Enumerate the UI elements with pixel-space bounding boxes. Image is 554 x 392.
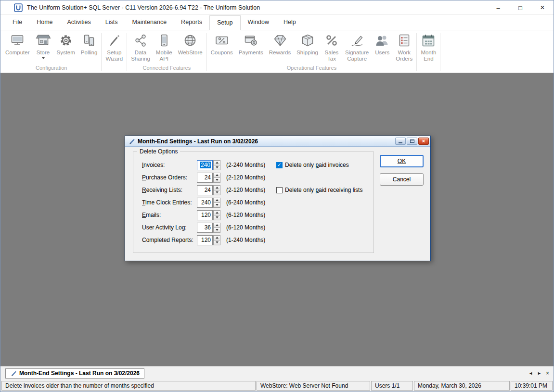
calendar-icon (421, 33, 436, 48)
user-activity-log-spinbox: 36 (197, 223, 220, 233)
invoices-label: Invoices: (142, 162, 197, 168)
menu-maintenance[interactable]: Maintenance (125, 15, 174, 30)
window-controls: – □ × (487, 0, 554, 15)
purchase-orders-label: Purchase Orders: (142, 174, 197, 181)
percent-icon (324, 33, 339, 48)
receiving-lists-input[interactable]: 24 (197, 185, 213, 195)
ribbon-button-label: Store (37, 50, 50, 56)
globe-icon (182, 33, 198, 48)
cancel-button[interactable]: Cancel (380, 173, 424, 186)
store-icon (36, 33, 51, 48)
delete-only-paid-invoices-checkbox[interactable]: ✓ Delete only paid invoices (276, 162, 349, 168)
ribbon-group-configuration: Computer Store System Polling Configurat… (2, 31, 100, 73)
groupbox-legend: Delete Options (137, 148, 180, 155)
maximize-icon[interactable]: □ (509, 0, 531, 15)
delete-only-paid-receiving-lists-checkbox[interactable]: Delete only paid receiving lists (276, 187, 362, 193)
ribbon-group-setup-wizard: Setup Wizard (103, 31, 126, 73)
ribbon-group-caption: Connected Features (128, 64, 205, 73)
ribbon-button-label: Mobile API (156, 50, 172, 62)
receiving-lists-spinbox: 24 (197, 185, 220, 195)
ribbon-button-rewards[interactable]: Rewards (266, 31, 294, 56)
spinner-down-button[interactable] (213, 177, 220, 183)
status-date: Monday, March 30, 2026 (414, 381, 510, 391)
time-clock-entries-input[interactable]: 240 (197, 198, 213, 208)
ribbon-button-shipping[interactable]: Shipping (294, 31, 321, 56)
status-hint: Delete invoices older than the number of… (1, 381, 256, 391)
ribbon-button-signature-capture[interactable]: Signature Capture (342, 31, 372, 62)
rewards-icon (272, 33, 288, 48)
spinner (213, 173, 220, 183)
row-invoices: Invoices: 240 (2-240 Months) ✓ Delete on… (133, 159, 374, 171)
ribbon-button-label: Rewards (269, 50, 291, 56)
ribbon-button-data-sharing[interactable]: Data Sharing (128, 31, 153, 62)
user-activity-log-label: User Activity Log: (142, 224, 197, 231)
dialog-maximize-icon[interactable] (407, 138, 417, 145)
spinner-down-button[interactable] (213, 240, 220, 245)
menu-bar: File Home Activities Lists Maintenance R… (0, 15, 554, 30)
dialog-title-bar[interactable]: Month-End Settings - Last Run on 3/02/20… (125, 136, 430, 147)
signature-icon (349, 33, 365, 48)
spinner (213, 223, 220, 233)
menu-help[interactable]: Help (276, 15, 303, 30)
menu-reports[interactable]: Reports (174, 15, 209, 30)
tab-month-end-settings[interactable]: Month-End Settings - Last Run on 3/02/20… (5, 368, 144, 379)
purchase-orders-input[interactable]: 24 (197, 173, 213, 183)
menu-setup[interactable]: Setup (209, 15, 241, 30)
spinner-down-button[interactable] (213, 190, 220, 195)
ribbon-button-coupons[interactable]: Coupons (208, 31, 236, 56)
ribbon-separator (416, 33, 417, 71)
completed-reports-spinbox: 120 (197, 235, 220, 245)
tab-close-icon[interactable]: × (546, 370, 549, 377)
ribbon-button-setup-wizard[interactable]: Setup Wizard (103, 31, 126, 62)
menu-lists[interactable]: Lists (98, 15, 125, 30)
ok-button[interactable]: OK (380, 155, 424, 167)
invoices-input[interactable]: 240 (197, 160, 213, 170)
ribbon-button-label: Computer (5, 50, 30, 56)
range-hint: (2-120 Months) (226, 174, 272, 181)
coupon-icon (214, 33, 230, 48)
completed-reports-label: Completed Reports: (142, 237, 197, 243)
completed-reports-input[interactable]: 120 (197, 235, 213, 245)
dialog-close-icon[interactable]: × (418, 138, 429, 145)
ribbon-button-mobile-api[interactable]: Mobile API (153, 31, 175, 62)
close-icon[interactable]: × (531, 0, 554, 15)
spinner-down-button[interactable] (213, 165, 220, 170)
dialog-title: Month-End Settings - Last Run on 3/02/20… (138, 138, 394, 145)
checkbox-unchecked-icon (276, 187, 283, 193)
menu-file[interactable]: File (5, 15, 29, 30)
ribbon-button-month-end[interactable]: Month End (418, 31, 439, 62)
ribbon-separator (206, 33, 207, 71)
spinner-down-button[interactable] (213, 215, 220, 220)
ribbon-group-connected-features: Data Sharing Mobile API WebStore Connect… (128, 31, 205, 73)
ribbon-button-polling[interactable]: Polling (78, 31, 101, 56)
ribbon-group-caption (103, 64, 126, 73)
minimize-icon[interactable]: – (487, 0, 509, 15)
ribbon-button-payments[interactable]: Payments (236, 31, 266, 56)
checkbox-label: Delete only paid invoices (285, 162, 349, 168)
spinner-down-button[interactable] (213, 228, 220, 233)
ribbon-group-caption: Configuration (2, 64, 100, 73)
tab-label: Month-End Settings - Last Run on 3/02/20… (19, 370, 140, 377)
ribbon-button-computer[interactable]: Computer (2, 31, 33, 56)
check-icon: ✓ (277, 163, 281, 167)
ribbon-button-users[interactable]: Users (372, 31, 393, 56)
user-activity-log-input[interactable]: 36 (197, 223, 213, 233)
tab-next-icon[interactable]: ► (537, 371, 541, 376)
ribbon-separator (440, 33, 440, 71)
ribbon-button-webstore[interactable]: WebStore (175, 31, 206, 56)
ribbon-button-system[interactable]: System (54, 31, 78, 56)
shipping-icon (300, 33, 315, 48)
menu-activities[interactable]: Activities (60, 15, 98, 30)
gear-icon (58, 33, 74, 48)
spinner-down-button[interactable] (213, 202, 220, 208)
ribbon-button-store[interactable]: Store (33, 31, 54, 59)
emails-input[interactable]: 120 (197, 210, 213, 220)
ribbon-button-sales-tax[interactable]: Sales Tax (321, 31, 342, 62)
window-title: The Uniform Solution+ SQL Server - C11 V… (27, 4, 260, 11)
chevron-down-icon[interactable] (42, 57, 45, 59)
menu-window[interactable]: Window (241, 15, 276, 30)
tab-prev-icon[interactable]: ◄ (528, 371, 533, 376)
ribbon-button-work-orders[interactable]: Work Orders (393, 31, 415, 62)
menu-home[interactable]: Home (29, 15, 60, 30)
dialog-minimize-icon[interactable] (395, 138, 406, 145)
